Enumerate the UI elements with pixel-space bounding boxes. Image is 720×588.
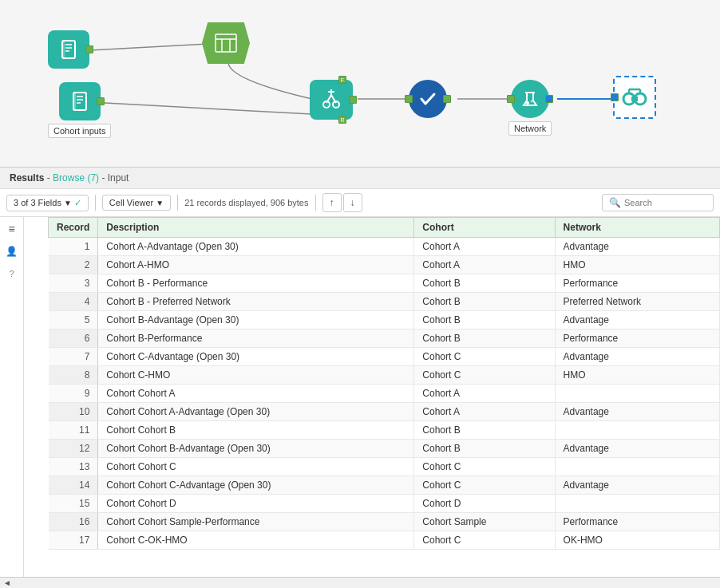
cell-record: 9 bbox=[49, 385, 98, 403]
cell-description: Cohort A-Advantage (Open 30) bbox=[98, 238, 414, 256]
cell-network: Performance bbox=[555, 513, 719, 531]
cell-description: Cohort B-Performance bbox=[98, 330, 414, 348]
node-scissors[interactable]: F R bbox=[310, 80, 353, 120]
check-icon: ✓ bbox=[74, 198, 81, 208]
cell-record: 14 bbox=[49, 476, 98, 495]
cell-cohort: Cohort C bbox=[414, 348, 555, 366]
cell-cohort: Cohort B bbox=[414, 421, 555, 440]
cell-network: Performance bbox=[555, 274, 719, 293]
node-check[interactable] bbox=[409, 80, 447, 118]
cell-description: Cohort Cohort C bbox=[98, 458, 414, 476]
cell-description: Cohort A-HMO bbox=[98, 256, 414, 274]
cell-cohort: Cohort A bbox=[414, 385, 555, 403]
cell-record: 13 bbox=[49, 458, 98, 476]
cell-description: Cohort B - Preferred Network bbox=[98, 293, 414, 311]
cell-cohort: Cohort B bbox=[414, 274, 555, 293]
table-row: 5 Cohort B-Advantage (Open 30) Cohort B … bbox=[49, 311, 720, 330]
toolbar-nav: ↑ ↓ bbox=[322, 193, 362, 212]
nav-down-button[interactable]: ↓ bbox=[343, 193, 362, 212]
cell-description: Cohort Cohort B-Advantage (Open 30) bbox=[98, 440, 414, 458]
column-description: Description bbox=[98, 218, 414, 238]
table-row: 2 Cohort A-HMO Cohort A HMO bbox=[49, 256, 720, 274]
viewer-label: Cell Viewer bbox=[109, 198, 153, 207]
cell-description: Cohort B-Advantage (Open 30) bbox=[98, 311, 414, 330]
cell-network: HMO bbox=[555, 366, 719, 385]
cell-description: Cohort Cohort A-Advantage (Open 30) bbox=[98, 403, 414, 421]
cell-description: Cohort C-Advantage (Open 30) bbox=[98, 348, 414, 366]
cell-network bbox=[555, 458, 719, 476]
cell-description: Cohort Cohort B bbox=[98, 421, 414, 440]
cell-cohort: Cohort B bbox=[414, 311, 555, 330]
table-row: 7 Cohort C-Advantage (Open 30) Cohort C … bbox=[49, 348, 720, 366]
cell-description: Cohort B - Performance bbox=[98, 274, 414, 293]
table-row: 14 Cohort Cohort C-Advantage (Open 30) C… bbox=[49, 476, 720, 495]
cell-cohort: Cohort Sample bbox=[414, 513, 555, 531]
cell-network: Advantage bbox=[555, 476, 719, 495]
table-row: 16 Cohort Cohort Sample-Performance Coho… bbox=[49, 513, 720, 531]
svg-point-26 bbox=[526, 101, 529, 105]
cell-network: Advantage bbox=[555, 311, 719, 330]
svg-line-1 bbox=[90, 102, 311, 114]
scroll-left-icon[interactable]: ◄ bbox=[3, 578, 11, 587]
cell-description: Cohort C-HMO bbox=[98, 366, 414, 385]
cell-description: Cohort Cohort A bbox=[98, 385, 414, 403]
list-icon[interactable]: ≡ bbox=[3, 220, 21, 238]
data-table: Record Description Cohort Network 1 Coho… bbox=[48, 217, 720, 550]
toolbar-left: 3 of 3 Fields ▼ ✓ Cell Viewer ▼ 21 recor… bbox=[6, 193, 597, 212]
node-lab[interactable]: Network bbox=[508, 80, 552, 136]
cell-record: 6 bbox=[49, 330, 98, 348]
records-info: 21 records displayed, 906 bytes bbox=[184, 198, 308, 207]
node-book2[interactable]: Cohort inputs bbox=[48, 82, 111, 138]
cell-record: 2 bbox=[49, 256, 98, 274]
cohort-inputs-label: Cohort inputs bbox=[48, 124, 111, 138]
results-panel: Results - Browse (7) - Input 3 of 3 Fiel… bbox=[0, 168, 720, 588]
fields-selector-button[interactable]: 3 of 3 Fields ▼ ✓ bbox=[6, 195, 89, 211]
column-network: Network bbox=[555, 218, 719, 238]
node-binoculars[interactable] bbox=[613, 76, 656, 119]
cell-network bbox=[555, 385, 719, 403]
help-icon[interactable]: ? bbox=[3, 265, 21, 282]
cell-cohort: Cohort C bbox=[414, 531, 555, 550]
cell-network bbox=[555, 495, 719, 513]
results-input: Input bbox=[108, 172, 129, 184]
results-browse: Browse (7) bbox=[53, 172, 99, 184]
cell-cohort: Cohort A bbox=[414, 238, 555, 256]
cell-network: Advantage bbox=[555, 348, 719, 366]
table-row: 4 Cohort B - Preferred Network Cohort B … bbox=[49, 293, 720, 311]
cell-record: 15 bbox=[49, 495, 98, 513]
cell-description: Cohort Cohort D bbox=[98, 495, 414, 513]
svg-line-0 bbox=[90, 44, 208, 50]
svg-rect-30 bbox=[631, 97, 638, 101]
node-table1[interactable] bbox=[202, 22, 250, 64]
cell-network: Advantage bbox=[555, 238, 719, 256]
cell-cohort: Cohort C bbox=[414, 476, 555, 495]
toolbar-divider-3 bbox=[315, 195, 316, 211]
nav-up-button[interactable]: ↑ bbox=[322, 193, 342, 212]
table-row: 8 Cohort C-HMO Cohort C HMO bbox=[49, 366, 720, 385]
bottom-scrollbar[interactable]: ◄ bbox=[0, 577, 720, 588]
data-table-container: Record Description Cohort Network 1 Coho… bbox=[48, 217, 720, 577]
results-header: Results - Browse (7) - Input bbox=[0, 168, 720, 189]
svg-rect-10 bbox=[216, 34, 236, 52]
table-row: 1 Cohort A-Advantage (Open 30) Cohort A … bbox=[49, 238, 720, 256]
toolbar-divider-1 bbox=[95, 195, 96, 211]
svg-rect-18 bbox=[73, 93, 76, 110]
toolbar: 3 of 3 Fields ▼ ✓ Cell Viewer ▼ 21 recor… bbox=[0, 189, 720, 217]
viewer-selector-button[interactable]: Cell Viewer ▼ bbox=[102, 195, 171, 211]
cell-record: 4 bbox=[49, 293, 98, 311]
table-row: 15 Cohort Cohort D Cohort D bbox=[49, 495, 720, 513]
fields-label: 3 of 3 Fields bbox=[14, 198, 61, 207]
cell-record: 10 bbox=[49, 403, 98, 421]
table-row: 6 Cohort B-Performance Cohort B Performa… bbox=[49, 330, 720, 348]
person-icon[interactable]: 👤 bbox=[3, 243, 21, 260]
cell-record: 12 bbox=[49, 440, 98, 458]
column-record: Record bbox=[49, 218, 98, 238]
cell-network: Preferred Network bbox=[555, 293, 719, 311]
cell-network: Performance bbox=[555, 330, 719, 348]
search-box: 🔍 bbox=[602, 194, 714, 211]
cell-description: Cohort C-OK-HMO bbox=[98, 531, 414, 550]
results-title: Results bbox=[10, 172, 44, 184]
node-book1[interactable] bbox=[48, 30, 89, 69]
cell-cohort: Cohort D bbox=[414, 495, 555, 513]
search-input[interactable] bbox=[624, 198, 704, 207]
